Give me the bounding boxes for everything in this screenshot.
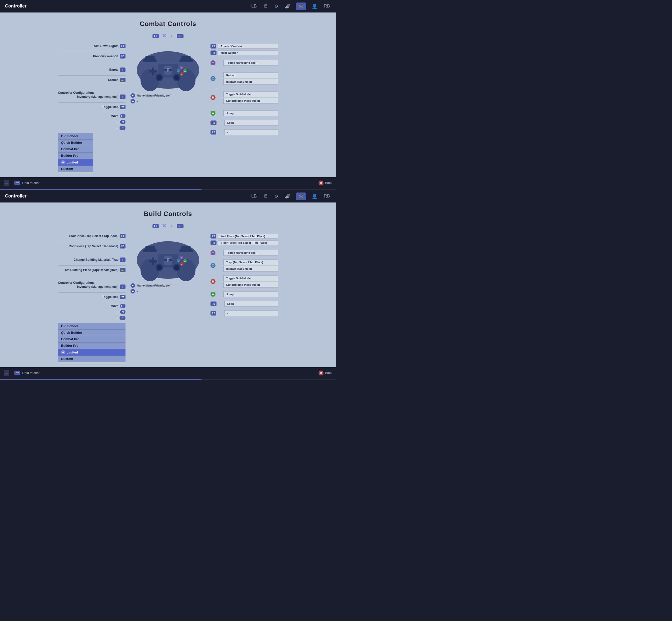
- monitor-icon[interactable]: 🖥: [262, 2, 269, 10]
- back-btn-1[interactable]: B Back: [319, 180, 332, 185]
- prev-weapon-label: Previous Weapon: [93, 54, 118, 58]
- bottom-bar-1: — RT Hold to chat B Back: [0, 177, 336, 189]
- dash-binding-3: - ⏱: [58, 310, 126, 314]
- config-item-combatpro-2[interactable]: Combat Pro: [58, 336, 126, 342]
- config-item-builderpro-2[interactable]: Builder Pro: [58, 342, 126, 349]
- select-label: -: [137, 100, 138, 103]
- svg-rect-7: [149, 70, 157, 73]
- combat-config-list[interactable]: Old School Quick Builder Combat Pro Buil…: [58, 133, 93, 172]
- dpad-map: 🗺: [120, 105, 126, 109]
- back-btn-2[interactable]: B Back: [319, 371, 332, 375]
- rb-icon-2[interactable]: RB: [323, 193, 331, 200]
- monitor-icon-2[interactable]: 🖥: [262, 193, 269, 200]
- settings-icon[interactable]: ⚙: [273, 2, 279, 10]
- a-group-2: A Jump: [210, 291, 278, 297]
- sound-icon-2[interactable]: 🔊: [284, 193, 291, 200]
- lb-icon-2[interactable]: LB: [250, 193, 258, 200]
- rt-top-badge: RT: [177, 34, 183, 38]
- rs-badge-dash2: RS: [120, 126, 126, 130]
- controller-icon-2[interactable]: 🎮: [296, 193, 306, 200]
- look-box: Look: [224, 120, 278, 126]
- plus-icon-2: ＋: [169, 223, 174, 229]
- dpad-material: ↕: [120, 257, 126, 262]
- svg-text:Y: Y: [181, 67, 182, 69]
- config-item-quickbuilder-2[interactable]: Quick Builder: [58, 330, 126, 336]
- scroll-bar-2[interactable]: [0, 379, 336, 380]
- rb-badge-floor: RB: [210, 241, 216, 245]
- prev-weapon-binding: Previous Weapon LB: [58, 54, 126, 58]
- toggle-build-box-2: Toggle Build Mode: [223, 275, 278, 281]
- wall-piece-box: Wall Piece (Tap Select / Tap Place): [218, 234, 278, 239]
- config-item-combatpro-1[interactable]: Combat Pro: [58, 146, 93, 153]
- build-top-badges: LT ✕ ＋ RT: [5, 223, 331, 229]
- divider-5: [58, 265, 126, 266]
- minus-btn-1[interactable]: —: [4, 180, 9, 186]
- b-badge: B: [210, 95, 215, 100]
- crouch-label: Crouch: [108, 78, 119, 82]
- y-group: Y Toggle Harvesting Tool: [210, 60, 278, 66]
- svg-rect-50: [145, 246, 155, 250]
- ls-badge-move: LS: [120, 114, 126, 118]
- r2-group-2: R2 -: [210, 310, 278, 316]
- stair-binding: Stair Piece (Tap Select / Tap Place) LT: [58, 234, 126, 238]
- inventory-label: Inventory (Management, etc.): [77, 95, 119, 98]
- svg-rect-33: [149, 260, 157, 262]
- rs-badge: RS: [210, 121, 216, 125]
- profile-icon-2[interactable]: 👤: [311, 193, 318, 200]
- rs-group: RS Look: [210, 120, 278, 126]
- minus-btn-2[interactable]: —: [4, 370, 9, 376]
- ls-badge-dash3: ⏱: [120, 310, 126, 314]
- svg-text:B: B: [181, 263, 182, 265]
- ls-badge-dash1: ⏱: [120, 120, 126, 124]
- nav-bar-2: Controller LB 🖥 ⚙ 🔊 🎮 👤 RB: [0, 190, 336, 203]
- chat-area-1: RT Hold to chat: [14, 181, 316, 185]
- svg-text:Y: Y: [181, 257, 182, 259]
- a-badge-2: A: [210, 292, 215, 297]
- game-menu-label: Game Menu (Friends, etc.): [137, 94, 171, 97]
- controller-icon[interactable]: 🎮: [296, 2, 306, 10]
- combat-controls-layout: Aim Down Sights LT Previous Weapon LB Em…: [5, 41, 331, 172]
- rb-badge-next: RB: [210, 50, 216, 55]
- move-binding-2: Move LS: [58, 304, 126, 308]
- move-label: Move: [111, 114, 119, 118]
- profile-icon[interactable]: 👤: [311, 2, 318, 10]
- build-center-bottom: ▶ Game Menu (Friends, etc.) ◀ -: [128, 283, 208, 293]
- config-item-builderpro-1[interactable]: Builder Pro: [58, 153, 93, 159]
- toggle-harvest-box: Toggle Harvesting Tool: [223, 60, 278, 66]
- toggle-map-binding: Toggle Map 🗺: [58, 105, 126, 109]
- dpad-crouch: 🐢: [120, 78, 126, 82]
- settings-icon-2[interactable]: ⚙: [273, 193, 279, 200]
- config-item-limited-1[interactable]: Limited: [58, 159, 93, 166]
- sound-icon[interactable]: 🔊: [284, 2, 291, 10]
- move-label-2: Move: [111, 304, 119, 308]
- select-btn: ◀: [130, 99, 135, 104]
- lb-icon[interactable]: LB: [250, 2, 258, 10]
- config-item-oldschool-1[interactable]: Old School: [58, 133, 93, 139]
- build-config-list[interactable]: Old School Quick Builder Combat Pro Buil…: [58, 323, 126, 362]
- config-item-custom-1[interactable]: Custom: [58, 166, 93, 172]
- dash-label-1: -: [118, 120, 119, 124]
- nav-icons-1: LB 🖥 ⚙ 🔊 🎮 👤 RB: [250, 2, 331, 10]
- rotate-binding: ate Building Piece (Tap)/Repair (Hold) 🐢: [58, 268, 126, 272]
- minus-icon-1[interactable]: —: [4, 180, 9, 186]
- config-item-oldschool-2[interactable]: Old School: [58, 323, 126, 330]
- combat-config-list-row: Old School Quick Builder Combat Pro Buil…: [58, 133, 126, 172]
- scroll-fill-2: [0, 379, 202, 380]
- game-menu-label-2: Game Menu (Friends, etc.): [137, 284, 171, 287]
- build-right-col: RT Wall Piece (Tap Select / Tap Place) R…: [208, 234, 278, 318]
- svg-text:X: X: [178, 70, 179, 72]
- minus-icon-2[interactable]: —: [4, 370, 9, 376]
- move-binding: Move LS: [58, 114, 126, 118]
- toggle-map-label: Toggle Map: [102, 105, 119, 109]
- config-item-quickbuilder-1[interactable]: Quick Builder: [58, 139, 93, 146]
- game-menu-binding: ▶ Game Menu (Friends, etc.): [130, 93, 206, 98]
- controller-image-2: F Y A X B: [133, 231, 203, 281]
- b-sub-label: -: [217, 106, 278, 108]
- svg-text:A: A: [184, 260, 186, 262]
- config-item-custom-2[interactable]: Custom: [58, 356, 126, 362]
- config-item-limited-2[interactable]: Limited: [58, 349, 126, 356]
- rb-icon[interactable]: RB: [323, 2, 331, 10]
- toggle-map-label-2: Toggle Map: [102, 295, 119, 299]
- a-badge: A: [210, 111, 215, 116]
- b-box-group: Toggle Build Mode Edit Building Piece (H…: [217, 91, 278, 104]
